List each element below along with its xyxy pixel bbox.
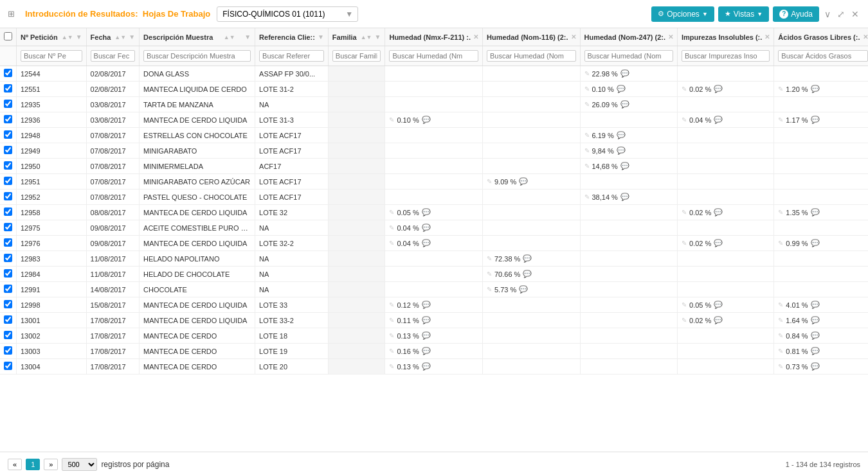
comment-icon[interactable]: 💬 [811, 316, 820, 324]
pencil-icon: ✎ [389, 332, 394, 339]
row-checkbox[interactable] [4, 223, 12, 231]
row-checkbox[interactable] [4, 69, 12, 77]
row-checkbox[interactable] [4, 346, 12, 355]
page-1-button[interactable]: 1 [26, 459, 40, 470]
comment-icon[interactable]: 💬 [422, 208, 431, 216]
records-per-page-select[interactable]: 500 [62, 458, 97, 471]
comment-icon[interactable]: 💬 [620, 193, 629, 201]
search-familia-input[interactable] [332, 50, 381, 62]
row-checkbox[interactable] [4, 161, 12, 170]
row-checkbox[interactable] [4, 115, 12, 123]
search-impurezas-input[interactable] [682, 50, 770, 62]
chevron-down-icon[interactable]: ∨ [823, 8, 832, 21]
comment-icon[interactable]: 💬 [620, 162, 629, 170]
comment-icon[interactable]: 💬 [422, 331, 431, 340]
pencil-icon: ✎ [778, 363, 783, 370]
descripcion-filter-icon[interactable]: ▼ [244, 33, 251, 40]
comment-icon[interactable]: 💬 [422, 347, 431, 355]
next-page-button[interactable]: » [44, 459, 58, 470]
row-checkbox[interactable] [4, 285, 12, 293]
comment-icon[interactable]: 💬 [811, 331, 820, 340]
row-checkbox[interactable] [4, 269, 12, 278]
comment-icon[interactable]: 💬 [617, 85, 626, 93]
row-checkbox[interactable] [4, 315, 12, 324]
comment-icon[interactable]: 💬 [811, 208, 820, 216]
comment-icon[interactable]: 💬 [422, 224, 431, 232]
comment-icon[interactable]: 💬 [811, 116, 820, 124]
row-checkbox[interactable] [4, 331, 12, 339]
row-checkbox[interactable] [4, 146, 12, 154]
comment-icon[interactable]: 💬 [811, 301, 820, 309]
comment-icon[interactable]: 💬 [422, 301, 431, 309]
prev-page-button[interactable]: « [8, 459, 22, 470]
comment-icon[interactable]: 💬 [519, 177, 528, 186]
comment-icon[interactable]: 💬 [620, 100, 629, 109]
search-humedad2-input[interactable] [487, 50, 576, 62]
search-peticion-input[interactable] [21, 50, 82, 62]
familia-sort-icon[interactable]: ▲▼ [361, 34, 372, 40]
humedad2-filter-icon[interactable]: ✕ [571, 33, 576, 40]
comment-icon[interactable]: 💬 [714, 85, 723, 93]
acidos-filter-icon[interactable]: ✕ [863, 33, 868, 40]
select-all-checkbox[interactable] [4, 32, 12, 40]
humedad1-filter-icon[interactable]: ✕ [473, 33, 478, 40]
table-cell: ✎26.09 %💬 [580, 97, 678, 112]
search-descripcion-input[interactable] [143, 50, 251, 62]
th-familia-label: Familia [332, 33, 357, 41]
row-check-cell [0, 359, 17, 375]
close-icon[interactable]: ✕ [850, 8, 860, 21]
search-humedad3-input[interactable] [584, 50, 674, 62]
search-acidos-input[interactable] [778, 50, 867, 62]
comment-icon[interactable]: 💬 [714, 116, 723, 124]
fecha-cell: 17/08/2017 [86, 344, 140, 359]
search-humedad1-input[interactable] [389, 50, 478, 62]
hojas-dropdown[interactable]: FÍSICO-QUÍMICOS 01 (1011) [217, 6, 358, 22]
search-fecha-input[interactable] [91, 50, 136, 62]
vistas-button[interactable]: ★ Vistas ▼ [718, 6, 769, 22]
comment-icon[interactable]: 💬 [714, 301, 723, 309]
row-checkbox[interactable] [4, 362, 12, 370]
comment-icon[interactable]: 💬 [714, 316, 723, 324]
row-checkbox[interactable] [4, 238, 12, 247]
comment-icon[interactable]: 💬 [422, 316, 431, 324]
comment-icon[interactable]: 💬 [523, 270, 532, 278]
impurezas-filter-icon[interactable]: ✕ [764, 33, 770, 40]
humedad3-filter-icon[interactable]: ✕ [668, 33, 673, 40]
row-checkbox[interactable] [4, 254, 12, 262]
familia-filter-icon[interactable]: ▼ [375, 33, 381, 40]
pencil-icon: ✎ [778, 85, 783, 93]
comment-icon[interactable]: 💬 [620, 69, 629, 78]
search-referencia-input[interactable] [259, 50, 324, 62]
row-checkbox[interactable] [4, 192, 12, 200]
comment-icon[interactable]: 💬 [617, 131, 626, 139]
comment-icon[interactable]: 💬 [519, 285, 528, 294]
row-checkbox[interactable] [4, 207, 12, 216]
row-checkbox[interactable] [4, 177, 12, 185]
comment-icon[interactable]: 💬 [422, 362, 431, 371]
comment-icon[interactable]: 💬 [811, 362, 820, 371]
comment-icon[interactable]: 💬 [617, 146, 626, 155]
resize-icon[interactable]: ⤢ [836, 8, 846, 21]
comment-icon[interactable]: 💬 [811, 85, 820, 93]
row-checkbox[interactable] [4, 100, 12, 108]
referencia-filter-icon[interactable]: ▼ [318, 33, 324, 40]
row-checkbox[interactable] [4, 84, 12, 93]
comment-icon[interactable]: 💬 [422, 116, 431, 124]
comment-icon[interactable]: 💬 [811, 347, 820, 355]
opciones-button[interactable]: ⚙ Opciones ▼ [651, 6, 714, 22]
peticion-filter-icon[interactable]: ▼ [76, 33, 82, 40]
comment-icon[interactable]: 💬 [523, 254, 532, 263]
fecha-filter-icon[interactable]: ▼ [129, 33, 135, 40]
ayuda-button[interactable]: ? Ayuda [773, 6, 819, 22]
comment-icon[interactable]: 💬 [811, 239, 820, 247]
row-checkbox[interactable] [4, 300, 12, 308]
fecha-sort-icon[interactable]: ▲▼ [114, 34, 126, 40]
row-check-cell [0, 236, 17, 251]
peticion-sort-icon[interactable]: ▲▼ [62, 34, 73, 40]
descripcion-sort-icon[interactable]: ▲▼ [224, 34, 235, 40]
descripcion-cell: MANTECA DE CERDO LIQUIDA [140, 313, 255, 328]
comment-icon[interactable]: 💬 [422, 239, 431, 247]
comment-icon[interactable]: 💬 [714, 239, 723, 247]
row-checkbox[interactable] [4, 130, 12, 139]
comment-icon[interactable]: 💬 [714, 208, 723, 216]
